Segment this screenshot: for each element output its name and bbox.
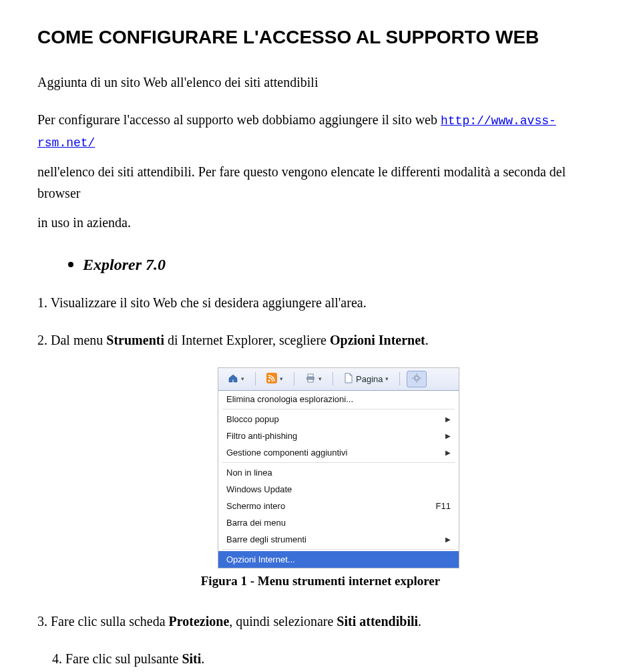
step-1: 1. Visualizzare il sito Web che si desid… [37, 293, 604, 313]
step-4: 4. Fare clic sul pulsante Siti. [52, 649, 604, 669]
toolbar-separator [399, 372, 400, 385]
pagina-button: Pagina ▾ [340, 371, 393, 387]
menu-item-fullscreen: Schermo interoF11 [218, 498, 459, 514]
tools-button [407, 371, 427, 387]
menu-separator [222, 462, 455, 463]
step-2: 2. Dal menu Strumenti di Internet Explor… [37, 330, 604, 350]
chevron-down-icon: ▾ [385, 375, 389, 382]
step-2-pre: 2. Dal menu [37, 333, 106, 347]
toolbar-separator [294, 372, 294, 385]
intro-line-3: in uso in azienda. [37, 212, 604, 233]
menu-item-offline: Non in linea [218, 464, 459, 481]
page-icon [344, 373, 353, 385]
svg-rect-9 [412, 377, 413, 379]
step-2-post: . [425, 333, 429, 347]
toolbar-separator [255, 372, 256, 385]
menu-separator [222, 549, 455, 550]
step-3-bold-2: Siti attendibili [337, 614, 418, 629]
submenu-arrow-icon: ▶ [445, 415, 451, 423]
chevron-down-icon: ▾ [318, 375, 322, 382]
chevron-down-icon: ▾ [241, 375, 244, 382]
printer-icon [305, 373, 316, 385]
submenu-arrow-icon: ▶ [445, 449, 451, 456]
step-2-mid: di Internet Explorer, scegliere [164, 333, 330, 347]
intro-paragraph: Per configurare l'accesso al supporto we… [37, 109, 604, 153]
svg-rect-4 [308, 379, 313, 382]
step-4-bold-1: Siti [182, 651, 201, 666]
svg-rect-7 [417, 373, 418, 375]
chevron-down-icon: ▾ [280, 375, 283, 382]
home-icon [228, 373, 238, 385]
rss-button: ▾ [262, 371, 287, 387]
toolbar-separator [333, 372, 333, 385]
menu-separator [222, 409, 455, 409]
browser-bullet: Explorer 7.0 [68, 256, 604, 274]
print-button: ▾ [301, 371, 326, 387]
svg-point-6 [416, 377, 419, 379]
browser-name: Explorer 7.0 [83, 256, 166, 274]
submenu-arrow-icon: ▶ [445, 536, 451, 543]
menu-item-addons: Gestione componenti aggiuntivi▶ [218, 444, 459, 461]
menu-item-phishing: Filtro anti-phishing▶ [218, 428, 459, 444]
menu-item-delete-history: Elimina cronologia esplorazioni... [218, 391, 459, 407]
ie-menu-screenshot: ▾ ▾ ▾ Pagina ▾ [218, 367, 459, 568]
menu-item-popup: Blocco popup▶ [218, 411, 459, 428]
svg-rect-0 [266, 373, 277, 383]
step-3-bold-1: Protezione [169, 614, 230, 629]
step-3-mid: , quindi selezionare [229, 614, 337, 629]
step-4-pre: 4. Fare clic sul pulsante [52, 651, 182, 666]
ie-dropdown-menu: Elimina cronologia esplorazioni... Blocc… [218, 391, 459, 568]
svg-point-1 [268, 379, 270, 381]
page-title: COME CONFIGURARE L'ACCESSO AL SUPPORTO W… [37, 27, 604, 48]
figure-caption: Figura 1 - Menu strumenti internet explo… [37, 574, 604, 589]
submenu-arrow-icon: ▶ [445, 432, 451, 440]
step-4-post: . [201, 651, 204, 666]
home-button: ▾ [224, 371, 248, 387]
menu-item-internet-options: Opzioni Internet... [218, 551, 459, 568]
step-3-post: . [418, 614, 421, 629]
menu-item-menubar: Barra dei menu [218, 514, 459, 531]
gear-icon [411, 373, 422, 385]
svg-rect-8 [417, 381, 418, 382]
step-3-pre: 3. Fare clic sulla scheda [37, 614, 169, 629]
menu-item-toolbars: Barre degli strumenti▶ [218, 531, 459, 548]
section-subtitle: Aggiunta di un sito Web all'elenco dei s… [37, 75, 604, 90]
intro-line-2: nell'elenco dei siti attendibili. Per fa… [37, 161, 604, 204]
svg-rect-3 [308, 374, 313, 377]
step-3: 3. Fare clic sulla scheda Protezione, qu… [37, 611, 604, 631]
menu-item-update: Windows Update [218, 481, 459, 498]
step-2-bold-2: Opzioni Internet [330, 333, 425, 347]
rss-icon [266, 373, 277, 385]
menu-shortcut: F11 [436, 501, 451, 511]
pagina-label: Pagina [356, 374, 383, 384]
step-2-bold-1: Strumenti [106, 333, 164, 347]
bullet-icon [68, 262, 73, 267]
ie-toolbar: ▾ ▾ ▾ Pagina ▾ [218, 368, 459, 391]
svg-rect-10 [420, 377, 421, 379]
intro-text-pre: Per configurare l'accesso al supporto we… [37, 112, 441, 127]
